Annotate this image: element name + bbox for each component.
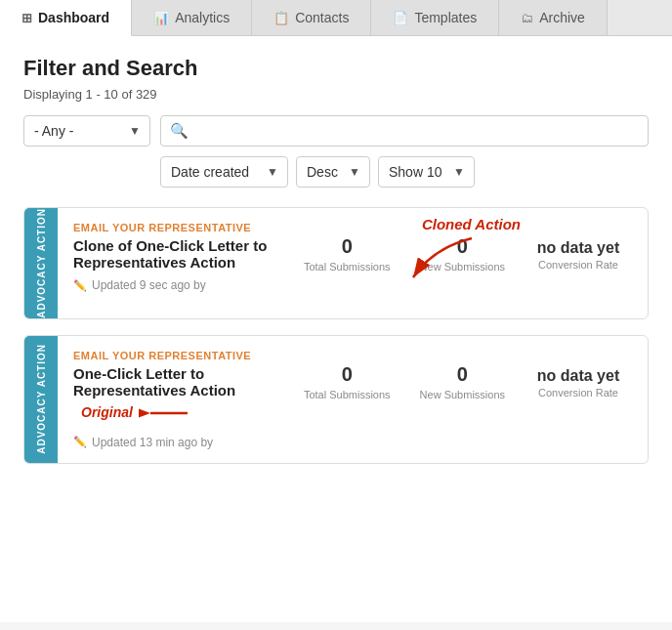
tab-contacts[interactable]: 📋 Contacts <box>252 0 371 35</box>
card-2-updated-text: Updated 13 min ago by <box>92 436 213 449</box>
card-1-nodata-text: no data yet <box>534 238 622 259</box>
card-1-tag: Email Your Representative <box>73 222 284 233</box>
card-1-sidebar: Advocacy Action <box>24 208 58 318</box>
show-filter-wrapper: Show 10 Show 25 Show 50 ▼ <box>378 156 475 188</box>
original-annotation-label: Original <box>81 404 133 420</box>
card-1-updated: ✏️ Updated 9 sec ago by <box>73 278 284 292</box>
original-arrow-svg <box>139 399 192 428</box>
tab-archive-label: Archive <box>539 10 585 25</box>
card-2-total-label: Total Submissions <box>304 389 391 400</box>
card-1-body: Email Your Representative Clone of One-C… <box>58 208 648 318</box>
show-filter-select[interactable]: Show 10 Show 25 Show 50 <box>378 156 475 188</box>
card-2-new-label: New Submissions <box>420 389 505 400</box>
card-2-total-submissions: 0 Total Submissions <box>304 363 391 401</box>
card-2-title[interactable]: One-Click Letter to Representatives Acti… <box>73 365 284 428</box>
card-2-nodata-text: no data yet <box>534 366 622 387</box>
main-content: Filter and Search Displaying 1 - 10 of 3… <box>0 36 672 622</box>
card-2-new-submissions: 0 New Submissions <box>420 363 505 401</box>
tab-dashboard[interactable]: ⊞ Dashboard <box>0 0 132 36</box>
card-1-stats: 0 Total Submissions 0 New Submissions no… <box>294 222 632 287</box>
tab-bar: ⊞ Dashboard 📊 Analytics 📋 Contacts 📄 Tem… <box>0 0 672 36</box>
tab-analytics-label: Analytics <box>175 10 230 25</box>
contacts-icon: 📋 <box>273 11 289 25</box>
card-2-new-number: 0 <box>420 363 505 386</box>
card-1-updated-text: Updated 9 sec ago by <box>92 278 206 292</box>
card-2-sidebar: Advocacy Action <box>24 336 58 463</box>
tab-templates[interactable]: 📄 Templates <box>371 0 499 35</box>
card-1-info: Email Your Representative Clone of One-C… <box>73 222 284 292</box>
card-1-total-submissions: 0 Total Submissions <box>304 235 391 273</box>
templates-icon: 📄 <box>393 11 408 25</box>
tab-analytics[interactable]: 📊 Analytics <box>132 0 252 35</box>
search-wrapper: 🔍 <box>160 115 649 147</box>
sort-filter-wrapper: Desc Asc ▼ <box>296 156 370 188</box>
action-card-2: Advocacy Action Email Your Representativ… <box>23 335 649 464</box>
date-filter-wrapper: Date created Date modified ▼ <box>160 156 288 188</box>
search-icon: 🔍 <box>170 122 189 140</box>
display-info: Displaying 1 - 10 of 329 <box>23 87 649 102</box>
tab-contacts-label: Contacts <box>295 10 349 25</box>
filter-row-2: Date created Date modified ▼ Desc Asc ▼ … <box>23 156 649 188</box>
page-title: Filter and Search <box>23 56 649 81</box>
card-1-conversion-label: Conversion Rate <box>534 259 622 271</box>
card-2-body: Email Your Representative One-Click Lett… <box>58 336 648 463</box>
any-filter-wrapper: - Any - ▼ <box>23 115 150 147</box>
pencil-icon-2: ✏️ <box>73 436 87 448</box>
card-2-title-text: One-Click Letter to Representatives Acti… <box>73 365 235 399</box>
date-filter-select[interactable]: Date created Date modified <box>160 156 288 188</box>
card-2-conversion: no data yet Conversion Rate <box>534 366 622 399</box>
filter-row-1: - Any - ▼ 🔍 <box>23 115 649 147</box>
card-1-new-number: 0 <box>420 235 505 258</box>
pencil-icon-1: ✏️ <box>73 279 87 292</box>
archive-icon: 🗂 <box>521 11 533 25</box>
card-1-new-submissions: 0 New Submissions <box>420 235 505 273</box>
card-2-updated: ✏️ Updated 13 min ago by <box>73 436 284 449</box>
card-2-conversion-label: Conversion Rate <box>534 387 622 399</box>
card-2-tag: Email Your Representative <box>73 350 284 361</box>
card-2-info: Email Your Representative One-Click Lett… <box>73 350 284 449</box>
tab-archive[interactable]: 🗂 Archive <box>499 0 608 35</box>
card-1-new-label: New Submissions <box>420 261 505 273</box>
card-1-sidebar-label: Advocacy Action <box>36 208 47 318</box>
card-1-total-label: Total Submissions <box>304 261 391 273</box>
card-1-conversion: no data yet Conversion Rate <box>534 238 622 271</box>
card-2-total-number: 0 <box>304 363 391 386</box>
dashboard-icon: ⊞ <box>21 11 32 25</box>
sort-filter-select[interactable]: Desc Asc <box>296 156 370 188</box>
tab-templates-label: Templates <box>414 10 477 25</box>
card-1-total-number: 0 <box>304 235 391 258</box>
card-2-stats: 0 Total Submissions 0 New Submissions no… <box>294 350 632 415</box>
search-input[interactable] <box>160 115 649 147</box>
card-1-title[interactable]: Clone of One-Click Letter to Representat… <box>73 237 284 271</box>
tab-dashboard-label: Dashboard <box>38 10 109 25</box>
any-filter-select[interactable]: - Any - <box>23 115 150 147</box>
card-2-sidebar-label: Advocacy Action <box>36 344 47 454</box>
analytics-icon: 📊 <box>153 11 169 25</box>
action-card-1: Advocacy Action Email Your Representativ… <box>23 207 649 319</box>
